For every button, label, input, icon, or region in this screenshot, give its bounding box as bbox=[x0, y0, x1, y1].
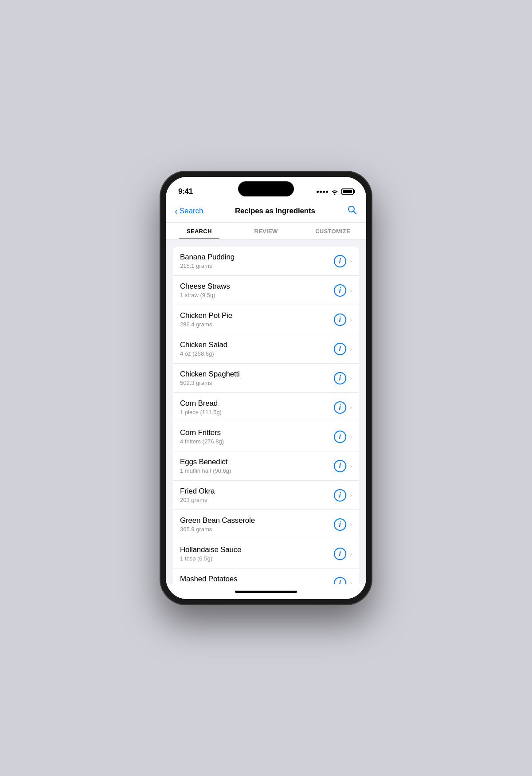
item-text-2: Chicken Pot Pie 286.4 grams bbox=[180, 311, 334, 328]
list-item[interactable]: Chicken Salad 4 oz (258.6g) i › bbox=[173, 334, 359, 364]
home-bar bbox=[235, 591, 297, 593]
item-text-6: Corn Fritters 4 fritters (276.8g) bbox=[180, 428, 334, 445]
status-icons bbox=[317, 188, 354, 195]
back-label: Search bbox=[180, 207, 203, 216]
item-actions: i › bbox=[334, 518, 352, 531]
item-detail: 4 fritters (276.8g) bbox=[180, 438, 334, 445]
chevron-right-icon: › bbox=[350, 257, 352, 265]
info-button[interactable]: i bbox=[334, 548, 346, 560]
item-actions: i › bbox=[334, 343, 352, 355]
home-indicator bbox=[166, 584, 366, 599]
wifi-icon bbox=[331, 189, 339, 195]
item-text-9: Green Bean Casserole 365.9 grams bbox=[180, 516, 334, 533]
list-item[interactable]: Hollandaise Sauce 1 tbsp (6.5g) i › bbox=[173, 539, 359, 568]
item-detail: 365.9 grams bbox=[180, 526, 334, 533]
info-button[interactable]: i bbox=[334, 401, 346, 414]
info-button[interactable]: i bbox=[334, 255, 346, 267]
item-name: Chicken Salad bbox=[180, 341, 334, 349]
phone-screen: 9:41 ‹ bbox=[166, 177, 366, 599]
item-name: Eggs Benedict bbox=[180, 458, 334, 466]
item-text-0: Banana Pudding 215.1 grams bbox=[180, 253, 334, 269]
item-name: Chicken Pot Pie bbox=[180, 311, 334, 320]
info-button[interactable]: i bbox=[334, 431, 346, 443]
chevron-right-icon: › bbox=[350, 462, 352, 470]
search-icon bbox=[347, 204, 357, 215]
tab-review[interactable]: REVIEW bbox=[233, 223, 300, 239]
item-actions: i › bbox=[334, 577, 352, 584]
list-item[interactable]: Banana Pudding 215.1 grams i › bbox=[173, 247, 359, 276]
item-name: Green Bean Casserole bbox=[180, 516, 334, 525]
battery-icon bbox=[341, 188, 354, 195]
item-detail: 502.3 grams bbox=[180, 380, 334, 386]
list-item[interactable]: Green Bean Casserole 365.9 grams i › bbox=[173, 510, 359, 539]
list-item[interactable]: Eggs Benedict 1 muffin half (90.6g) i › bbox=[173, 451, 359, 481]
item-detail: 1 tbsp (6.5g) bbox=[180, 555, 334, 562]
tab-customize[interactable]: CUSTOMIZE bbox=[299, 223, 366, 239]
page-title: Recipes as Ingredients bbox=[235, 207, 315, 216]
list-item[interactable]: Cheese Straws 1 straw (9.5g) i › bbox=[173, 276, 359, 305]
item-actions: i › bbox=[334, 489, 352, 502]
info-button[interactable]: i bbox=[334, 314, 346, 326]
item-detail: 1 piece (111.5g) bbox=[180, 409, 334, 415]
item-actions: i › bbox=[334, 460, 352, 472]
back-chevron-icon: ‹ bbox=[175, 207, 178, 216]
svg-line-1 bbox=[354, 212, 356, 214]
content-area: Banana Pudding 215.1 grams i › Cheese St… bbox=[166, 239, 366, 584]
item-name: Banana Pudding bbox=[180, 253, 334, 262]
item-detail: 203 grams bbox=[180, 497, 334, 503]
item-actions: i › bbox=[334, 431, 352, 443]
item-name: Hollandaise Sauce bbox=[180, 545, 334, 554]
item-detail: 286.4 grams bbox=[180, 321, 334, 328]
list-item[interactable]: Fried Okra 203 grams i › bbox=[173, 481, 359, 510]
status-time: 9:41 bbox=[178, 187, 193, 196]
chevron-right-icon: › bbox=[350, 404, 352, 412]
list-item[interactable]: Chicken Spaghetti 502.3 grams i › bbox=[173, 364, 359, 393]
list-item[interactable]: Corn Fritters 4 fritters (276.8g) i › bbox=[173, 422, 359, 451]
back-button[interactable]: ‹ Search bbox=[175, 207, 203, 216]
search-button[interactable] bbox=[347, 204, 357, 218]
item-text-5: Corn Bread 1 piece (111.5g) bbox=[180, 399, 334, 415]
item-detail: 1 muffin half (90.6g) bbox=[180, 467, 334, 474]
item-name: Mashed Potatoes bbox=[180, 575, 334, 584]
item-text-8: Fried Okra 203 grams bbox=[180, 487, 334, 503]
item-name: Corn Bread bbox=[180, 399, 334, 408]
info-button[interactable]: i bbox=[334, 372, 346, 384]
item-detail: 4 oz (258.6g) bbox=[180, 350, 334, 357]
chevron-right-icon: › bbox=[350, 345, 352, 353]
phone-frame: 9:41 ‹ bbox=[160, 171, 372, 605]
item-detail: 215.1 grams bbox=[180, 263, 334, 269]
list-item[interactable]: Chicken Pot Pie 286.4 grams i › bbox=[173, 305, 359, 334]
list-item[interactable]: Mashed Potatoes 192 grams i › bbox=[173, 568, 359, 584]
item-text-11: Mashed Potatoes 192 grams bbox=[180, 575, 334, 584]
item-detail: 1 straw (9.5g) bbox=[180, 292, 334, 298]
chevron-right-icon: › bbox=[350, 491, 352, 499]
info-button[interactable]: i bbox=[334, 460, 346, 472]
info-button[interactable]: i bbox=[334, 577, 346, 584]
item-actions: i › bbox=[334, 401, 352, 414]
chevron-right-icon: › bbox=[350, 286, 352, 294]
item-actions: i › bbox=[334, 314, 352, 326]
item-actions: i › bbox=[334, 548, 352, 560]
signal-icon bbox=[317, 191, 328, 193]
item-text-4: Chicken Spaghetti 502.3 grams bbox=[180, 370, 334, 386]
chevron-right-icon: › bbox=[350, 374, 352, 382]
tabs-bar: SEARCH REVIEW CUSTOMIZE bbox=[166, 223, 366, 239]
nav-bar: ‹ Search Recipes as Ingredients bbox=[166, 201, 366, 223]
chevron-right-icon: › bbox=[350, 579, 352, 584]
item-text-7: Eggs Benedict 1 muffin half (90.6g) bbox=[180, 458, 334, 474]
list-item[interactable]: Corn Bread 1 piece (111.5g) i › bbox=[173, 393, 359, 422]
tab-search[interactable]: SEARCH bbox=[166, 223, 233, 239]
chevron-right-icon: › bbox=[350, 316, 352, 324]
info-button[interactable]: i bbox=[334, 489, 346, 502]
item-actions: i › bbox=[334, 255, 352, 267]
item-text-10: Hollandaise Sauce 1 tbsp (6.5g) bbox=[180, 545, 334, 562]
status-bar: 9:41 bbox=[166, 177, 366, 201]
item-text-1: Cheese Straws 1 straw (9.5g) bbox=[180, 282, 334, 298]
info-button[interactable]: i bbox=[334, 284, 346, 297]
dynamic-island bbox=[238, 181, 294, 196]
item-actions: i › bbox=[334, 372, 352, 384]
item-name: Chicken Spaghetti bbox=[180, 370, 334, 379]
item-name: Corn Fritters bbox=[180, 428, 334, 437]
info-button[interactable]: i bbox=[334, 518, 346, 531]
info-button[interactable]: i bbox=[334, 343, 346, 355]
